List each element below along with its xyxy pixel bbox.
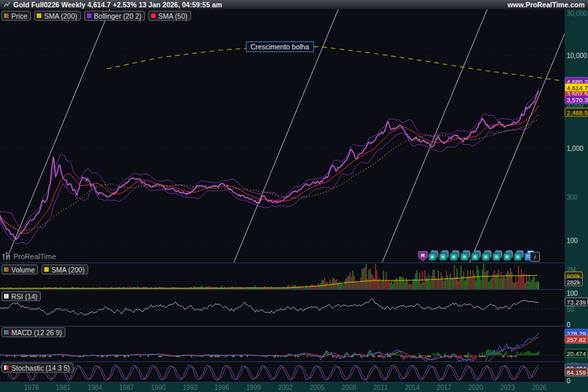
axis-tick: 1,000 <box>567 145 583 152</box>
year-label: 2008 <box>341 384 356 391</box>
website-label: www.ProRealTime.com <box>507 1 585 9</box>
year-label: 2005 <box>309 384 324 391</box>
legend-swatch <box>150 13 156 19</box>
legend-label: Price <box>11 12 27 20</box>
volume-value-tag: 282k <box>565 278 583 286</box>
axis-tick: 10,000 <box>567 52 587 59</box>
legend-swatch <box>36 13 42 19</box>
legend-swatch <box>43 266 49 272</box>
indicator-tag-icon[interactable] <box>492 250 502 261</box>
legend-swatch <box>3 293 9 299</box>
legend-label: Volume <box>11 266 35 274</box>
legend-chip-sma-50[interactable]: SMA (50) <box>148 11 191 21</box>
price-value-tag: 3,570.3 <box>565 95 588 104</box>
year-label: 2002 <box>278 384 293 391</box>
legend-swatch <box>3 266 9 272</box>
legend-chip-price[interactable]: Price <box>1 11 31 21</box>
year-label: 1987 <box>119 384 134 391</box>
volume-legend: VolumeSMA (200) <box>1 264 88 274</box>
price-value-tag: 2,468.5 <box>565 108 588 117</box>
legend-swatch <box>3 329 9 335</box>
watermark-text: ProRealTime <box>13 252 56 260</box>
title-bar: Gold Full0226 Weekly 4,614.7 +2.53% 13 J… <box>0 0 588 9</box>
year-label: 2026 <box>532 384 547 391</box>
axis-tick: 0 <box>567 377 571 385</box>
year-label: 1999 <box>246 384 261 391</box>
macd-value-tag: 257.82 <box>565 335 588 344</box>
indicator-tag-icon[interactable] <box>482 250 492 261</box>
stochastic-value-tag: 84.159 <box>565 368 588 377</box>
year-label: 2023 <box>500 384 514 391</box>
legend-swatch <box>3 13 9 19</box>
chart-object-toolbar: R <box>418 250 535 261</box>
watermark: ProRealTime <box>2 252 56 260</box>
legend-label: MACD (12 26 9) <box>11 329 62 337</box>
year-label: 1978 <box>24 384 39 391</box>
axis-tick: 300 <box>567 194 578 201</box>
year-label: 1993 <box>182 384 197 391</box>
legend-chip-macd-12-26-9[interactable]: MACD (12 26 9) <box>1 327 65 337</box>
text-annotation[interactable]: Crescimento bolha <box>246 41 314 52</box>
stochastic-legend: Stochastic (14 3 5) <box>1 363 74 373</box>
axis-tick: 0 <box>567 321 571 329</box>
legend-label: SMA (50) <box>158 12 188 20</box>
info-button[interactable]: i <box>530 252 540 262</box>
legend-label: SMA (200) <box>44 12 78 20</box>
axis-tick: 100 <box>567 237 578 244</box>
axis-tick: 30,000 <box>567 10 587 17</box>
year-label: 2017 <box>436 384 451 391</box>
indicator-tag-icon[interactable] <box>460 250 470 261</box>
axis-tick: 100 <box>567 290 578 297</box>
year-label: 2014 <box>405 384 420 391</box>
prorealtime-chart-window: { "header": { "title": "Gold Full0226 We… <box>0 0 588 392</box>
main-legend: PriceSMA (200)Bollinger (20 2)SMA (50) <box>1 11 191 21</box>
indicator-tag-icon[interactable] <box>450 250 460 261</box>
price-value-tag: 4,614.7 <box>565 83 588 92</box>
legend-label: SMA (200) <box>51 266 85 274</box>
legend-label: Stochastic (14 3 5) <box>11 364 70 372</box>
legend-chip-stochastic-14-3-5[interactable]: Stochastic (14 3 5) <box>1 363 74 373</box>
indicator-tag-icon[interactable] <box>503 250 513 261</box>
watermark-icon <box>2 252 11 260</box>
macd-value-tag: 20.474 <box>565 349 588 358</box>
r-badge-icon[interactable]: R <box>418 251 428 261</box>
legend-chip-rsi-14[interactable]: RSI (14) <box>1 291 41 301</box>
indicator-tag-icon[interactable] <box>439 250 449 261</box>
rsi-value-tag: 73.239 <box>565 298 588 307</box>
year-label: 1996 <box>214 384 229 391</box>
year-label: 2011 <box>374 384 388 391</box>
legend-label: Bollinger (20 2) <box>94 12 142 20</box>
legend-swatch <box>3 365 9 371</box>
year-label: 2020 <box>468 384 483 391</box>
indicator-tag-icon[interactable] <box>471 250 481 261</box>
year-label: 1984 <box>88 384 102 391</box>
chart-canvas[interactable] <box>0 0 588 392</box>
year-label: 1981 <box>55 384 70 391</box>
legend-label: RSI (14) <box>11 292 37 301</box>
legend-chip-sma-200[interactable]: SMA (200) <box>41 264 88 274</box>
legend-swatch <box>86 13 92 19</box>
svg-text:R: R <box>421 252 425 258</box>
instrument-title: Gold Full0226 Weekly 4,614.7 +2.53% 13 J… <box>13 1 222 9</box>
rsi-legend: RSI (14) <box>1 291 41 301</box>
legend-chip-bollinger-20-2[interactable]: Bollinger (20 2) <box>84 11 145 21</box>
legend-chip-volume[interactable]: Volume <box>1 264 38 274</box>
indicator-tag-icon[interactable] <box>514 250 524 261</box>
chart-icon <box>3 1 11 8</box>
legend-chip-sma-200[interactable]: SMA (200) <box>34 11 81 21</box>
axis-tick: 50 <box>567 306 574 313</box>
macd-legend: MACD (12 26 9) <box>1 327 65 337</box>
year-label: 1990 <box>151 384 166 391</box>
indicator-tag-icon[interactable] <box>428 250 438 261</box>
